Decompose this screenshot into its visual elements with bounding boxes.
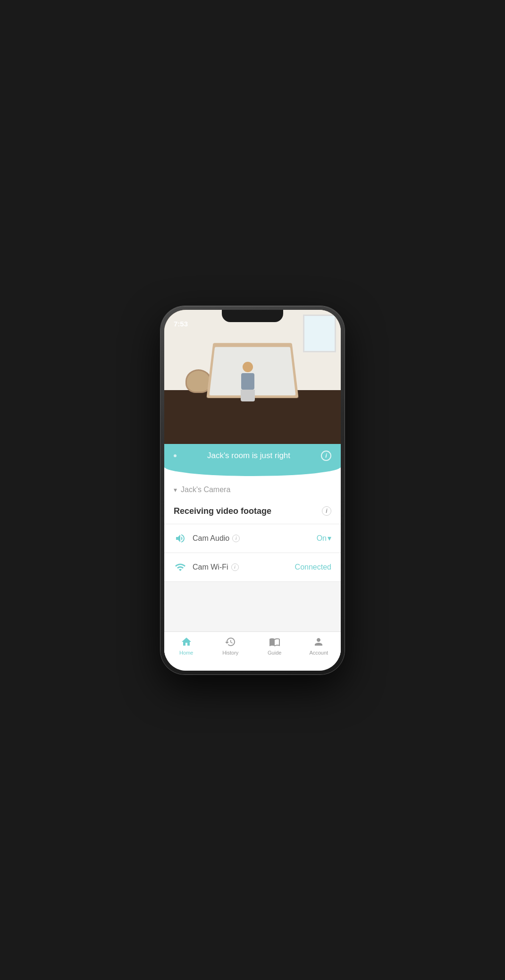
phone-frame: 7:53 xyxy=(160,306,345,674)
history-icon xyxy=(224,636,236,648)
status-time: 7:53 xyxy=(174,320,188,328)
wifi-icon xyxy=(174,561,187,574)
scene-child-head xyxy=(243,362,253,372)
cam-audio-info-icon[interactable]: i xyxy=(232,535,240,542)
notch xyxy=(222,310,283,322)
tab-account[interactable]: Account xyxy=(297,636,341,656)
cam-audio-value[interactable]: On ▾ xyxy=(317,534,331,543)
account-tab-label: Account xyxy=(309,650,328,656)
cam-wifi-row[interactable]: Cam Wi-Fi i Connected xyxy=(164,553,341,582)
video-status-text: Receiving video footage xyxy=(174,506,271,516)
tab-guide[interactable]: Guide xyxy=(252,636,297,656)
cam-audio-row[interactable]: Cam Audio i On ▾ xyxy=(164,524,341,553)
status-banner: Jack's room is just right i xyxy=(164,444,341,468)
content-area: ▾ Jack's Camera Receiving video footage … xyxy=(164,478,341,657)
camera-name-label: Jack's Camera xyxy=(181,486,230,494)
account-icon xyxy=(312,636,325,648)
cam-wifi-value: Connected xyxy=(295,563,331,571)
camera-section-header[interactable]: ▾ Jack's Camera xyxy=(164,478,341,499)
tab-history[interactable]: History xyxy=(209,636,253,656)
speaker-icon xyxy=(174,532,187,545)
tab-home[interactable]: Home xyxy=(164,636,209,656)
guide-icon xyxy=(269,636,281,648)
guide-tab-label: Guide xyxy=(268,650,281,656)
banner-info-icon[interactable]: i xyxy=(321,451,331,461)
scene-child-body xyxy=(241,373,254,390)
banner-status-text: Jack's room is just right xyxy=(177,451,321,460)
chevron-down-icon: ▾ xyxy=(174,486,177,494)
cam-wifi-info-icon[interactable]: i xyxy=(231,563,239,571)
home-icon xyxy=(180,636,193,648)
video-status-info-icon[interactable]: i xyxy=(322,506,331,516)
scene-child-figure xyxy=(238,362,257,400)
phone-screen: 7:53 xyxy=(164,310,341,671)
cam-audio-label: Cam Audio i xyxy=(193,534,317,543)
history-tab-label: History xyxy=(222,650,238,656)
video-status-row: Receiving video footage i xyxy=(164,499,341,524)
home-tab-label: Home xyxy=(179,650,193,656)
scene-child-legs xyxy=(241,390,255,401)
cam-wifi-label: Cam Wi-Fi i xyxy=(193,563,295,571)
tab-bar: Home History Guide xyxy=(164,631,341,671)
